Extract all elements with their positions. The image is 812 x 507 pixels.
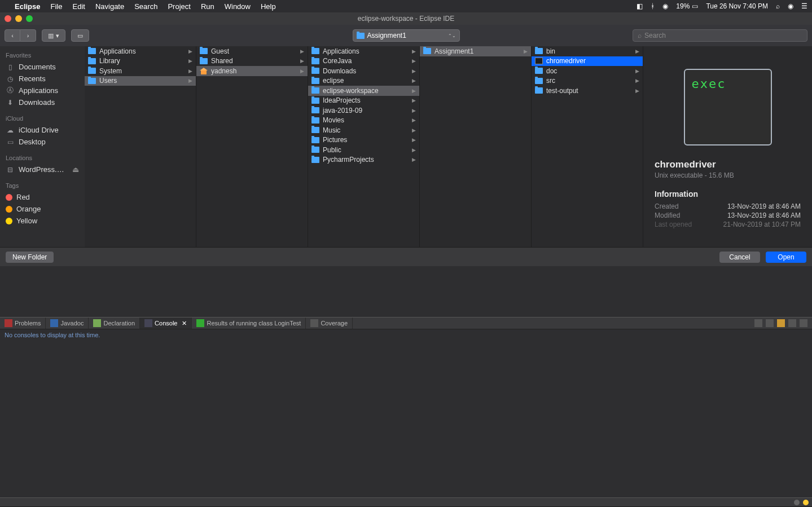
- bookmark-icon[interactable]: ◧: [637, 2, 643, 10]
- file-row[interactable]: eclipse▶: [308, 76, 419, 86]
- sidebar-item-desktop[interactable]: ▭Desktop: [0, 136, 85, 148]
- nav-back-button[interactable]: ‹: [5, 29, 20, 42]
- tab-results[interactable]: Results of running class LoginTest: [192, 318, 306, 329]
- eject-icon[interactable]: ⏏: [72, 165, 79, 174]
- menu-search[interactable]: Search: [134, 2, 157, 11]
- notification-icon[interactable]: ☰: [801, 2, 807, 10]
- sidebar-tag-orange[interactable]: Orange: [0, 203, 85, 215]
- file-row[interactable]: PycharmProjects▶: [308, 155, 419, 165]
- file-row[interactable]: IdeaProjects▶: [308, 96, 419, 106]
- path-dropdown[interactable]: Assignment1 ⌃⌄: [353, 29, 460, 42]
- chevron-right-icon: ▶: [524, 49, 528, 54]
- file-row[interactable]: CoreJava▶: [308, 56, 419, 67]
- display-console-icon[interactable]: [766, 319, 774, 327]
- created-key: Created: [655, 202, 679, 210]
- file-row[interactable]: Downloads▶: [308, 66, 419, 76]
- view-mode-button[interactable]: ▥ ▾: [42, 29, 65, 42]
- file-row[interactable]: doc▶: [532, 66, 643, 76]
- pin-console-icon[interactable]: [754, 319, 762, 327]
- menu-run[interactable]: Run: [201, 2, 214, 11]
- file-row[interactable]: Shared▶: [196, 56, 308, 67]
- tab-declaration[interactable]: Declaration: [89, 318, 140, 329]
- menu-help[interactable]: Help: [261, 2, 276, 11]
- sidebar-item-recents[interactable]: ◷Recents: [0, 73, 85, 85]
- chevron-right-icon: ▶: [412, 68, 416, 74]
- folder-icon: [88, 48, 96, 54]
- file-row[interactable]: eclipse-workspace▶: [308, 86, 419, 96]
- sidebar-head-locations: Locations: [0, 152, 85, 164]
- cancel-button[interactable]: Cancel: [719, 252, 760, 263]
- maximize-view-icon[interactable]: [800, 319, 807, 327]
- tab-console[interactable]: Console ✕: [140, 318, 192, 329]
- file-row[interactable]: src▶: [532, 76, 643, 86]
- problems-icon: [5, 319, 12, 327]
- menu-navigate[interactable]: Navigate: [95, 2, 124, 11]
- file-row[interactable]: Users▶: [85, 76, 196, 86]
- modified-key: Modified: [655, 211, 680, 219]
- exec-label: exec: [692, 77, 726, 91]
- menu-window[interactable]: Window: [225, 2, 251, 11]
- sidebar-item-wordpress[interactable]: ⊟WordPress.…⏏: [0, 164, 85, 175]
- search-input[interactable]: ⌕ Search: [633, 29, 807, 42]
- battery-icon: ▭: [692, 2, 698, 10]
- close-tab-icon[interactable]: ✕: [182, 320, 187, 327]
- siri-icon[interactable]: ◉: [788, 2, 793, 10]
- datetime[interactable]: Tue 26 Nov 7:40 PM: [706, 2, 768, 10]
- tab-coverage[interactable]: Coverage: [306, 318, 353, 329]
- tab-javadoc[interactable]: Javadoc: [46, 318, 89, 329]
- file-label: Applications: [323, 47, 359, 55]
- opened-key: Last opened: [655, 221, 692, 228]
- file-label: Movies: [323, 116, 344, 124]
- open-button[interactable]: Open: [766, 252, 806, 263]
- file-row[interactable]: Music▶: [308, 125, 419, 135]
- sidebar-item-icloud[interactable]: ☁iCloud Drive: [0, 124, 85, 136]
- sidebar-item-applications[interactable]: ⒶApplications: [0, 85, 85, 96]
- bluetooth-icon[interactable]: ᚼ: [651, 2, 655, 10]
- close-window-icon[interactable]: [5, 15, 11, 22]
- menu-project[interactable]: Project: [168, 2, 190, 11]
- exec-icon: [535, 58, 543, 64]
- column-1: Guest▶Shared▶yadnesh▶: [196, 46, 308, 247]
- file-label: src: [546, 77, 555, 85]
- sidebar-item-documents[interactable]: ▯Documents: [0, 61, 85, 73]
- file-row[interactable]: test-output▶: [532, 86, 643, 96]
- file-row[interactable]: Public▶: [308, 145, 419, 155]
- eclipse-titlebar: eclipse-workspace - Eclipse IDE: [0, 12, 812, 25]
- file-row[interactable]: Movies▶: [308, 116, 419, 126]
- file-label: eclipse-workspace: [323, 87, 379, 95]
- nav-forward-button[interactable]: ›: [20, 29, 36, 42]
- file-row[interactable]: bin▶: [532, 46, 643, 56]
- file-row[interactable]: Applications▶: [308, 46, 419, 56]
- menu-edit[interactable]: Edit: [72, 2, 85, 11]
- downloads-icon: ⬇: [6, 99, 15, 107]
- file-row[interactable]: Guest▶: [196, 46, 308, 56]
- new-folder-button[interactable]: New Folder: [6, 252, 54, 263]
- zoom-window-icon[interactable]: [26, 15, 33, 22]
- open-console-icon[interactable]: [777, 319, 785, 327]
- sidebar-item-downloads[interactable]: ⬇Downloads: [0, 96, 85, 108]
- folder-icon: [311, 107, 319, 113]
- menu-app[interactable]: Eclipse: [15, 2, 41, 11]
- minimize-window-icon[interactable]: [15, 15, 22, 22]
- file-row[interactable]: Assignment1▶: [420, 46, 531, 56]
- menu-file[interactable]: File: [51, 2, 63, 11]
- minimize-view-icon[interactable]: [788, 319, 796, 327]
- file-label: test-output: [546, 87, 578, 95]
- spotlight-icon[interactable]: ⌕: [776, 2, 780, 10]
- sidebar-tag-yellow[interactable]: Yellow: [0, 215, 85, 227]
- sidebar-tag-red[interactable]: Red: [0, 191, 85, 203]
- file-row[interactable]: java-2019-09▶: [308, 105, 419, 116]
- wifi-icon[interactable]: ◉: [662, 2, 668, 10]
- file-row[interactable]: yadnesh▶: [196, 66, 308, 76]
- file-row[interactable]: Applications▶: [85, 46, 196, 56]
- file-row[interactable]: chromedriver: [532, 56, 643, 67]
- group-button[interactable]: ▭: [71, 29, 89, 42]
- file-row[interactable]: Pictures▶: [308, 135, 419, 146]
- file-row[interactable]: Library▶: [85, 56, 196, 67]
- folder-icon: [535, 48, 543, 54]
- file-row[interactable]: System▶: [85, 66, 196, 76]
- tab-problems[interactable]: Problems: [0, 318, 46, 329]
- sidebar-head-icloud: iCloud: [0, 113, 85, 124]
- folder-icon: [311, 78, 319, 84]
- chevron-right-icon: ▶: [412, 108, 416, 113]
